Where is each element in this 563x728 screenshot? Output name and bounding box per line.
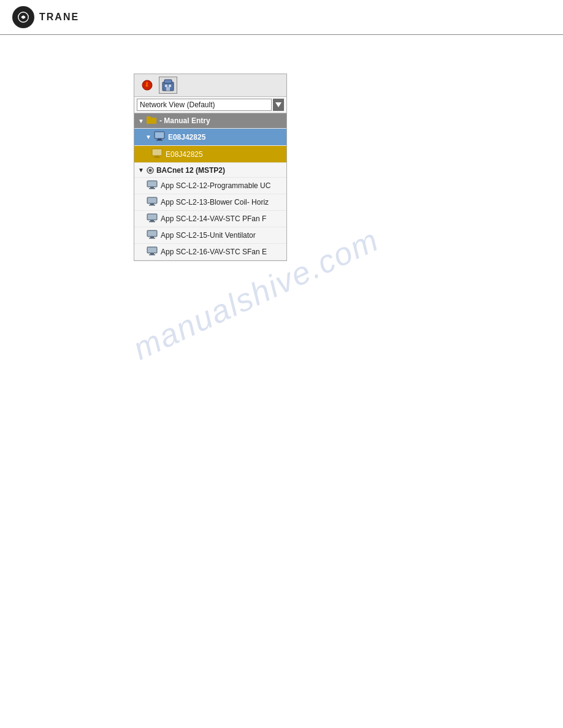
tree-item-e08-gold[interactable]: E08J42825	[134, 146, 286, 163]
tree-item-bacnet[interactable]: ▼ BACnet 12 (MSTP2)	[134, 163, 286, 178]
svg-rect-12	[156, 140, 163, 141]
expand-arrow-e08-blue: ▼	[145, 134, 151, 140]
svg-rect-4	[165, 85, 167, 87]
svg-rect-35	[148, 248, 156, 252]
alarm-button[interactable]	[138, 77, 156, 94]
svg-rect-31	[148, 231, 156, 236]
tree-item-app1[interactable]: App SC-L2-12-Programmable UC	[134, 178, 286, 194]
manual-entry-label: - Manual Entry	[159, 116, 210, 125]
svg-rect-36	[150, 253, 154, 254]
brand-name: TRANE	[39, 12, 79, 23]
monitor-icon-app3	[147, 213, 158, 224]
svg-rect-10	[155, 132, 164, 138]
svg-rect-6	[166, 87, 170, 91]
network-button[interactable]	[159, 77, 177, 94]
network-view-select[interactable]: Network View (Default) Custom View 1 Cus…	[137, 99, 272, 111]
logo-circle	[12, 6, 34, 28]
svg-rect-14	[155, 156, 159, 157]
panel-container: Network View (Default) Custom View 1 Cus…	[134, 74, 287, 261]
svg-rect-33	[149, 238, 155, 239]
expand-arrow-manual: ▼	[138, 118, 144, 124]
monitor-icon-app5	[147, 246, 158, 257]
app2-label: App SC-L2-13-Blower Coil- Horiz	[161, 198, 269, 207]
dropdown-row[interactable]: Network View (Default) Custom View 1 Cus…	[134, 97, 286, 113]
svg-rect-9	[147, 116, 151, 119]
svg-marker-7	[275, 102, 282, 107]
tree-item-app2[interactable]: App SC-L2-13-Blower Coil- Horiz	[134, 194, 286, 211]
folder-icon	[147, 116, 156, 126]
app5-label: App SC-L2-16-VAV-STC SFan E	[161, 248, 267, 256]
dropdown-arrow-icon[interactable]	[273, 99, 284, 111]
svg-rect-25	[149, 205, 155, 206]
bacnet-label: BACnet 12 (MSTP2)	[156, 166, 225, 175]
radio-dot-bacnet	[147, 167, 154, 174]
expand-arrow-bacnet: ▼	[138, 167, 144, 173]
tree-item-e08-blue[interactable]: ▼ E08J42825	[134, 129, 286, 146]
monitor-icon-app1	[147, 180, 158, 191]
header-divider	[0, 34, 563, 35]
svg-rect-20	[150, 187, 154, 188]
svg-rect-27	[148, 214, 156, 219]
tree-item-app4[interactable]: App SC-L2-15-Unit Ventilator	[134, 227, 286, 244]
tree-item-app5[interactable]: App SC-L2-16-VAV-STC SFan E	[134, 244, 286, 260]
svg-rect-23	[148, 198, 156, 203]
app3-label: App SC-L2-14-VAV-STC PFan F	[161, 214, 266, 223]
monitor-icon-app4	[147, 230, 158, 241]
app4-label: App SC-L2-15-Unit Ventilator	[161, 231, 256, 240]
toolbar	[134, 74, 286, 97]
svg-rect-24	[150, 203, 154, 205]
tree-item-app3[interactable]: App SC-L2-14-VAV-STC PFan F	[134, 211, 286, 227]
monitor-icon-app2	[147, 197, 158, 208]
e08-blue-label: E08J42825	[168, 133, 205, 142]
svg-rect-29	[149, 221, 155, 222]
svg-rect-21	[149, 188, 155, 189]
pc-icon-gold	[151, 148, 163, 160]
svg-rect-28	[150, 220, 154, 221]
header: TRANE	[0, 0, 563, 34]
svg-rect-11	[158, 138, 161, 140]
e08-gold-label: E08J42825	[166, 150, 203, 159]
svg-point-17	[148, 169, 151, 172]
tree-item-manual-entry[interactable]: ▼ - Manual Entry	[134, 113, 286, 129]
tree-view: ▼ - Manual Entry ▼ E08J42825	[134, 113, 286, 260]
svg-rect-37	[149, 254, 155, 256]
svg-rect-15	[154, 157, 160, 158]
svg-rect-13	[152, 149, 162, 156]
pc-icon-blue	[154, 131, 165, 143]
svg-rect-5	[169, 85, 171, 87]
svg-rect-3	[164, 80, 172, 83]
svg-rect-19	[148, 181, 156, 186]
app1-label: App SC-L2-12-Programmable UC	[161, 181, 270, 190]
svg-rect-32	[150, 237, 154, 238]
